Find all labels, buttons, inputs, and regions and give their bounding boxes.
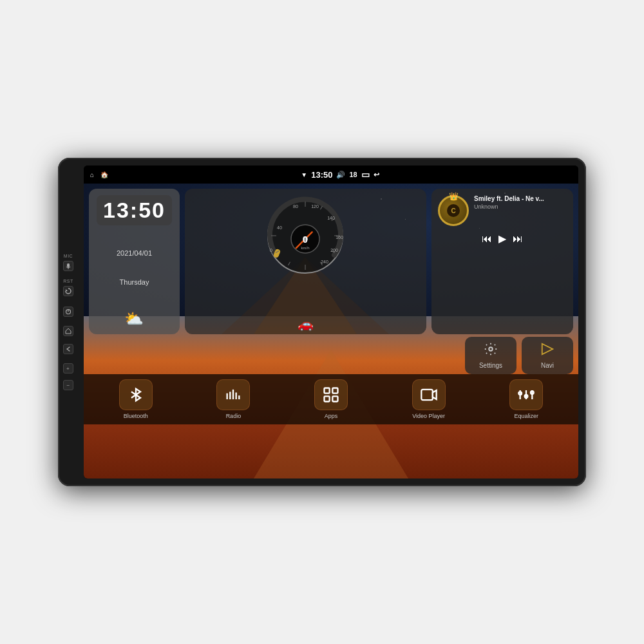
bluetooth-app[interactable]: Bluetooth xyxy=(89,379,183,419)
android-home-icon[interactable]: 🏠 xyxy=(100,171,108,178)
svg-text:+: + xyxy=(66,366,70,372)
power-button[interactable] xyxy=(63,307,73,317)
settings-icon xyxy=(484,342,498,359)
settings-widget[interactable]: Settings xyxy=(465,337,516,374)
rst-button[interactable] xyxy=(63,286,73,296)
home-side-button[interactable] xyxy=(63,326,73,336)
car-head-unit: MIC RST + xyxy=(58,158,586,486)
bluetooth-icon-box xyxy=(119,379,153,410)
svg-text:0: 0 xyxy=(303,234,308,245)
svg-marker-2 xyxy=(66,289,68,291)
svg-text:−: − xyxy=(67,383,70,388)
apps-label: Apps xyxy=(325,413,338,419)
weather-icon: ⛅ xyxy=(97,310,172,328)
clock-time: 13:50 xyxy=(97,195,172,225)
app-bar: Bluetooth Radio xyxy=(84,374,578,424)
back-status-icon[interactable]: ↩ xyxy=(374,171,379,179)
svg-text:80: 80 xyxy=(294,204,299,209)
play-button[interactable]: ▶ xyxy=(498,232,506,245)
svg-rect-39 xyxy=(332,388,337,393)
radio-icon-box xyxy=(216,379,250,410)
wifi-icon: ▼ xyxy=(301,171,307,178)
svg-rect-42 xyxy=(421,390,433,400)
next-button[interactable]: ⏭ xyxy=(513,233,523,245)
svg-rect-40 xyxy=(324,396,329,401)
svg-text:0: 0 xyxy=(270,248,273,252)
video-player-app[interactable]: Video Player xyxy=(382,379,476,419)
svg-rect-0 xyxy=(67,263,70,267)
svg-text:200: 200 xyxy=(331,248,339,252)
home-status-icon[interactable]: ⌂ xyxy=(90,171,94,178)
volume-icon: 🔊 xyxy=(336,171,345,179)
main-content: 13:50 2021/04/01 Thursday ⛅ xyxy=(84,184,578,478)
apps-app[interactable]: Apps xyxy=(284,379,378,419)
album-art: 👑 C xyxy=(438,195,469,226)
clock-day: Thursday xyxy=(97,278,172,286)
navi-widget[interactable]: Navi xyxy=(522,337,573,374)
battery-icon: ▭ xyxy=(361,169,370,180)
rst-label: RST xyxy=(63,279,73,283)
radio-label: Radio xyxy=(226,413,242,419)
widgets-row: 13:50 2021/04/01 Thursday ⛅ xyxy=(84,184,578,337)
svg-marker-32 xyxy=(542,344,553,355)
radio-app[interactable]: Radio xyxy=(187,379,281,419)
back-side-button[interactable] xyxy=(63,344,73,354)
svg-rect-41 xyxy=(332,396,337,401)
vol-down-button[interactable]: − xyxy=(63,380,73,390)
navi-label: Navi xyxy=(541,362,554,369)
video-player-label: Video Player xyxy=(412,413,445,419)
equalizer-label: Equalizer xyxy=(514,413,538,419)
speedometer-svg: 0 40 80 120 140 160 200 240 xyxy=(263,194,347,278)
bluetooth-label: Bluetooth xyxy=(124,413,148,419)
music-widget: 👑 C Smiley ft. Delia - Ne v... Unknown ⏮ xyxy=(431,189,573,334)
crown-icon: 👑 xyxy=(449,192,459,201)
side-buttons: MIC RST + xyxy=(63,254,73,390)
music-title: Smiley ft. Delia - Ne v... xyxy=(474,195,567,202)
svg-text:120: 120 xyxy=(312,204,319,209)
equalizer-icon-box xyxy=(509,379,543,410)
prev-button[interactable]: ⏮ xyxy=(482,233,492,245)
status-bar: ⌂ 🏠 ▼ 13:50 🔊 18 ▭ ↩ xyxy=(84,166,578,184)
equalizer-app[interactable]: Equalizer xyxy=(479,379,573,419)
clock-widget: 13:50 2021/04/01 Thursday ⛅ xyxy=(89,189,180,334)
video-icon-box xyxy=(412,379,446,410)
clock-date: 2021/04/01 xyxy=(97,249,172,257)
mic-button[interactable] xyxy=(63,261,73,271)
apps-icon-box xyxy=(314,379,348,410)
mic-label: MIC xyxy=(64,254,73,258)
svg-text:40: 40 xyxy=(278,225,283,230)
music-artist: Unknown xyxy=(474,204,567,210)
music-controls: ⏮ ▶ ⏭ xyxy=(438,232,567,245)
settings-navi-row: Settings Navi xyxy=(84,337,578,374)
svg-text:160: 160 xyxy=(336,235,344,240)
screen: ⌂ 🏠 ▼ 13:50 🔊 18 ▭ ↩ xyxy=(84,166,578,478)
status-time: 13:50 xyxy=(311,170,332,180)
svg-point-31 xyxy=(489,347,493,351)
svg-text:km/h: km/h xyxy=(301,246,310,250)
svg-rect-38 xyxy=(324,388,329,393)
settings-label: Settings xyxy=(479,362,502,369)
svg-text:240: 240 xyxy=(321,260,329,264)
svg-text:140: 140 xyxy=(328,216,336,220)
vol-up-button[interactable]: + xyxy=(63,363,73,374)
speedometer-widget: 0 40 80 120 140 160 200 240 xyxy=(185,189,426,334)
volume-level: 18 xyxy=(349,171,357,178)
navi-icon xyxy=(540,342,554,359)
